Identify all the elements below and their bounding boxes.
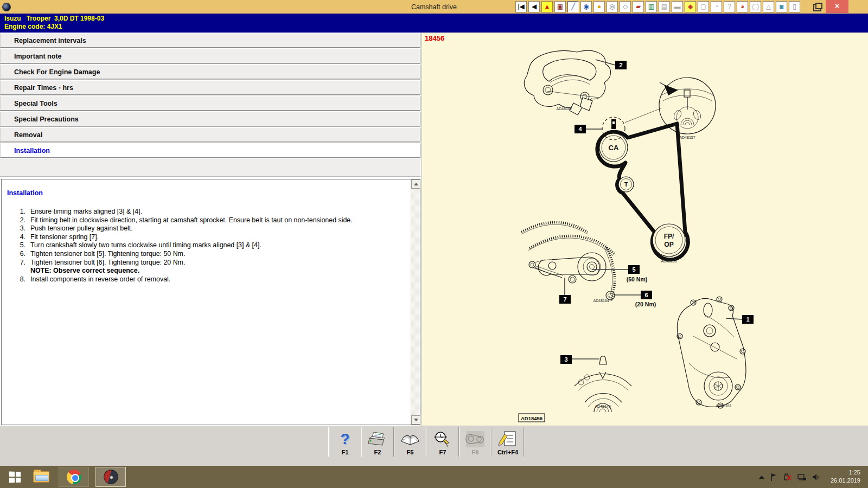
autodata-disc-icon — [104, 470, 118, 484]
step-item: 8. Install components in reverse order o… — [15, 275, 394, 284]
belt-diagram-f8-button: F8 — [459, 427, 492, 457]
keys-icon[interactable]: ◇ — [620, 1, 631, 12]
manual-f5-button[interactable]: F5 — [394, 427, 426, 457]
upper-cover-part: 2 AD48147 — [524, 50, 627, 115]
volume-icon[interactable] — [812, 473, 820, 481]
notes-ctrl-f4-button[interactable]: Ctrl+F4 — [492, 427, 524, 457]
svg-text:5: 5 — [632, 266, 635, 273]
vehicle-title: Isuzu Trooper 3,0D DT 1998-03 — [4, 15, 868, 23]
clock-time: 1:25 — [831, 468, 860, 477]
system-tray — [758, 466, 820, 488]
sidebar-section-item[interactable]: Check For Engine Damage — [0, 65, 420, 79]
sidebar-section-item[interactable]: Installation — [0, 143, 420, 158]
autodata-task-button[interactable] — [95, 467, 126, 487]
svg-text:6: 6 — [644, 292, 648, 298]
taskbar: 1:25 26.01.2019 — [0, 466, 868, 488]
clock-date: 26.01.2019 — [831, 477, 860, 485]
svg-text:CA: CA — [609, 144, 619, 152]
network-icon[interactable] — [797, 473, 807, 481]
top-toolbar: |◀ ◀ ▲ ▣ ╱ ◉ ● ◎ ◇ ▰ ▥ ▤ ▬ ◆ ▢ ◔ — [515, 1, 800, 12]
nav-back-icon[interactable]: ◀ — [528, 1, 540, 12]
jack-warning-icon[interactable]: △ — [763, 1, 774, 12]
alignment-machine-icon[interactable]: ▰ — [633, 1, 644, 12]
engine-code: Engine code: 4JX1 — [4, 23, 868, 31]
tool-brush-icon[interactable]: ▬ — [672, 1, 683, 12]
nav-first-icon[interactable]: |◀ — [515, 1, 527, 12]
timing-belt-diagram: 2 AD48147 AD48157 CA — [422, 33, 868, 426]
tensioner-assembly: 5 (50 Nm) 6 (20 Nm) 7 AD48164 — [521, 222, 656, 307]
svg-text:AD48149: AD48149 — [595, 404, 610, 408]
step-item: 5. Turn crankshaft slowly two turns cloc… — [15, 241, 394, 250]
file-explorer-button[interactable] — [30, 466, 52, 488]
wheel-disc-icon[interactable]: ◎ — [607, 1, 618, 12]
content-scrollbar[interactable] — [411, 179, 420, 425]
help-query-icon[interactable]: ? — [724, 1, 735, 12]
svg-text:(50 Nm): (50 Nm) — [627, 276, 648, 282]
sidebar-section-item[interactable]: Replacement intervals — [0, 33, 420, 48]
radiator-icon[interactable]: ▯ — [789, 1, 800, 12]
crankshaft-mark-detail: AD48149 3 — [560, 355, 631, 412]
step-item: 2. Fit timing belt in clockwise directio… — [15, 216, 394, 225]
wrench-icon[interactable]: ╱ — [567, 1, 579, 12]
action-center-flag-icon[interactable] — [770, 473, 777, 481]
vehicle-header: Isuzu Trooper 3,0D DT 1998-03 Engine cod… — [0, 14, 868, 33]
warning-triangle-icon[interactable]: ▲ — [541, 1, 553, 12]
monitor-icon[interactable]: ▣ — [554, 1, 566, 12]
svg-text:2: 2 — [619, 62, 622, 68]
diagnostics-icon[interactable]: ◔ — [711, 1, 722, 12]
tyre-icon[interactable]: ◯ — [750, 1, 761, 12]
lower-cover-part: AD48161 1 — [677, 297, 754, 408]
start-button[interactable] — [0, 466, 30, 488]
scroll-down-button[interactable] — [411, 415, 420, 425]
sidebar-section-item[interactable]: Special Precautions — [0, 112, 420, 126]
tray-expand-icon[interactable] — [758, 474, 765, 480]
print-f2-button[interactable]: F2 — [361, 427, 394, 457]
content-panel: Installation 1. Ensure timing marks alig… — [1, 179, 420, 425]
svg-text:AD18456: AD18456 — [521, 415, 542, 421]
svg-text:AD48147: AD48147 — [556, 107, 572, 111]
seat-icon[interactable]: ▢ — [698, 1, 709, 12]
svg-text:3: 3 — [564, 356, 567, 363]
restore-window-button[interactable] — [815, 3, 822, 9]
sidebar-section-item[interactable]: Removal — [0, 127, 420, 142]
notepad-pencil-icon — [497, 429, 519, 449]
help-question-icon: ? — [340, 431, 349, 447]
garage-equipment-icon[interactable]: ▤ — [659, 1, 670, 12]
svg-text:OP: OP — [664, 241, 673, 248]
svg-text:4: 4 — [578, 126, 582, 132]
inspect-f7-button[interactable]: F7 — [426, 427, 459, 457]
help-f1-button[interactable]: ? F1 — [329, 427, 361, 457]
printer-icon — [367, 429, 388, 449]
globe-icon[interactable]: ◉ — [580, 1, 592, 12]
step-item: 7. Tighten tensioner bolt [6]. Tightenin… — [15, 259, 394, 275]
left-panel: Replacement intervals Important note Che… — [0, 33, 422, 426]
taskbar-clock[interactable]: 1:25 26.01.2019 — [831, 468, 860, 485]
tensioner-pulley: T — [618, 177, 634, 192]
accordion-spacer — [0, 159, 420, 177]
mouse-icon[interactable]: ● — [593, 1, 605, 12]
sidebar-section-item[interactable]: Important note — [0, 49, 420, 63]
sidebar-section-item[interactable]: Repair Times - hrs — [0, 80, 420, 95]
folder-icon — [33, 471, 49, 483]
down-arrow-icon — [414, 419, 418, 421]
usb-disconnected-icon[interactable] — [782, 473, 792, 481]
svg-text:T: T — [624, 181, 628, 188]
svg-text:1: 1 — [746, 316, 749, 323]
engine-icon[interactable]: ◙ — [776, 1, 787, 12]
section-accordion: Replacement intervals Important note Che… — [0, 33, 420, 159]
chrome-icon — [67, 470, 81, 484]
magnifier-icon — [432, 429, 454, 449]
battery-tester-icon[interactable]: ◆ — [685, 1, 696, 12]
svg-text:AD48161: AD48161 — [716, 404, 731, 408]
airbag-icon[interactable]: ◕ — [737, 1, 748, 12]
installation-steps: 1. Ensure timing marks aligned [3] & [4]… — [15, 208, 394, 284]
svg-text:7: 7 — [563, 296, 566, 303]
chrome-task-button[interactable] — [59, 467, 89, 487]
lift-icon[interactable]: ▥ — [646, 1, 657, 12]
scroll-up-button[interactable] — [411, 179, 420, 189]
svg-text:AD48157: AD48157 — [679, 136, 695, 139]
step-item: 4. Fit tensioner spring [7]. — [15, 233, 394, 242]
svg-text:AD48156: AD48156 — [661, 259, 676, 263]
close-window-button[interactable]: × — [826, 0, 848, 13]
sidebar-section-item[interactable]: Special Tools — [0, 96, 420, 111]
